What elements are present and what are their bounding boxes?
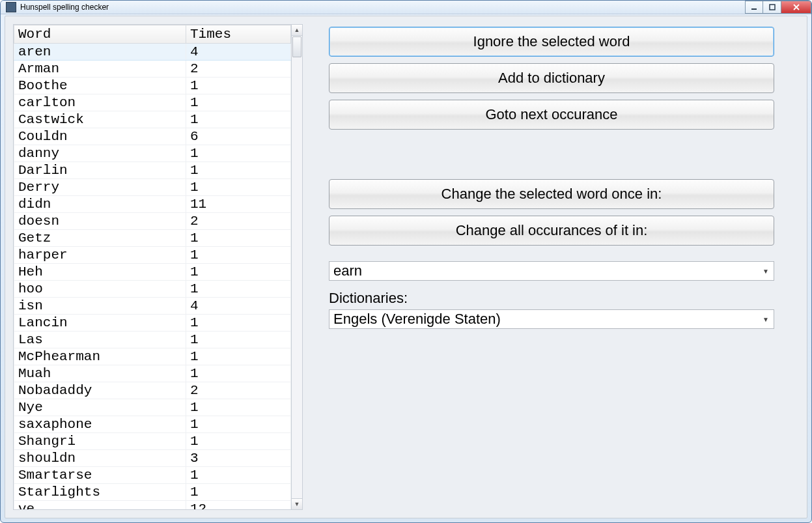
actions-pane: Ignore the selected word Add to dictiona… — [329, 24, 799, 510]
cell-times: 2 — [186, 213, 291, 230]
cell-word: Nye — [14, 399, 186, 416]
cell-word: Derry — [14, 179, 186, 196]
goto-next-button[interactable]: Goto next occurance — [329, 100, 774, 130]
spacer — [329, 252, 799, 261]
cell-times: 3 — [186, 450, 291, 467]
table-row[interactable]: Derry1 — [14, 179, 291, 196]
table-row[interactable]: Castwick1 — [14, 111, 291, 128]
cell-word: Shangri — [14, 433, 186, 450]
close-icon — [792, 4, 800, 10]
table-row[interactable]: Shangri1 — [14, 433, 291, 450]
word-table[interactable]: Word Times aren4Arman2Boothe1carlton1Cas… — [14, 25, 291, 510]
word-list-pane: Word Times aren4Arman2Boothe1carlton1Cas… — [13, 24, 303, 510]
table-row[interactable]: danny1 — [14, 145, 291, 162]
table-row[interactable]: doesn2 — [14, 213, 291, 230]
table-row[interactable]: Nye1 — [14, 399, 291, 416]
chevron-down-icon: ▼ — [760, 313, 772, 326]
cell-times: 1 — [186, 365, 291, 382]
table-row[interactable]: harper1 — [14, 247, 291, 264]
cell-times: 11 — [186, 196, 291, 213]
cell-word: Darlin — [14, 162, 186, 179]
cell-times: 1 — [186, 230, 291, 247]
app-window: Hunspell spelling checker Word — [0, 0, 812, 523]
cell-times: 6 — [186, 128, 291, 145]
close-button[interactable] — [781, 1, 811, 14]
cell-times: 12 — [186, 501, 291, 511]
cell-times: 1 — [186, 399, 291, 416]
cell-word: Starlights — [14, 484, 186, 501]
table-row[interactable]: ve12 — [14, 501, 291, 511]
cell-word: isn — [14, 298, 186, 315]
table-row[interactable]: Lancin1 — [14, 315, 291, 332]
cell-times: 1 — [186, 264, 291, 281]
chevron-down-icon: ▼ — [760, 264, 772, 277]
vertical-scrollbar[interactable]: ▲ ▼ — [292, 24, 303, 510]
cell-word: ve — [14, 501, 186, 511]
cell-times: 2 — [186, 382, 291, 399]
cell-word: Castwick — [14, 111, 186, 128]
suggestion-value: earn — [333, 262, 362, 279]
client-area: Word Times aren4Arman2Boothe1carlton1Cas… — [5, 16, 807, 518]
table-row[interactable]: Boothe1 — [14, 78, 291, 94]
dictionaries-dropdown[interactable]: Engels (Verenigde Staten) ▼ — [329, 309, 774, 329]
table-row[interactable]: Heh1 — [14, 264, 291, 281]
scroll-up-button[interactable]: ▲ — [292, 25, 302, 36]
table-row[interactable]: aren4 — [14, 44, 291, 61]
cell-times: 1 — [186, 179, 291, 196]
svg-rect-1 — [770, 5, 775, 10]
table-row[interactable]: carlton1 — [14, 94, 291, 111]
cell-times: 1 — [186, 332, 291, 348]
table-row[interactable]: hoo1 — [14, 281, 291, 298]
cell-word: Heh — [14, 264, 186, 281]
table-row[interactable]: Nobadaddy2 — [14, 382, 291, 399]
cell-word: hoo — [14, 281, 186, 298]
cell-times: 1 — [186, 111, 291, 128]
table-row[interactable]: Arman2 — [14, 61, 291, 78]
cell-word: harper — [14, 247, 186, 264]
col-header-times[interactable]: Times — [186, 25, 291, 44]
table-row[interactable]: Darlin1 — [14, 162, 291, 179]
table-row[interactable]: isn4 — [14, 298, 291, 315]
table-row[interactable]: shouldn3 — [14, 450, 291, 467]
cell-word: Smartarse — [14, 467, 186, 484]
table-row[interactable]: Las1 — [14, 332, 291, 348]
cell-times: 1 — [186, 416, 291, 433]
table-row[interactable]: didn11 — [14, 196, 291, 213]
change-all-button[interactable]: Change all occurances of it in: — [329, 216, 774, 246]
table-row[interactable]: Muah1 — [14, 365, 291, 382]
spacer — [329, 136, 799, 179]
cell-word: aren — [14, 44, 186, 61]
cell-times: 1 — [186, 94, 291, 111]
table-row[interactable]: saxaphone1 — [14, 416, 291, 433]
col-header-word[interactable]: Word — [14, 25, 186, 44]
table-row[interactable]: Couldn6 — [14, 128, 291, 145]
minimize-icon — [751, 4, 757, 10]
suggestion-dropdown[interactable]: earn ▼ — [329, 261, 774, 281]
cell-times: 1 — [186, 348, 291, 365]
ignore-button[interactable]: Ignore the selected word — [329, 27, 774, 57]
maximize-button[interactable] — [763, 1, 781, 14]
cell-times: 4 — [186, 298, 291, 315]
table-row[interactable]: Smartarse1 — [14, 467, 291, 484]
cell-word: didn — [14, 196, 186, 213]
cell-times: 2 — [186, 61, 291, 78]
cell-times: 1 — [186, 315, 291, 332]
cell-times: 1 — [186, 484, 291, 501]
table-row[interactable]: Starlights1 — [14, 484, 291, 501]
cell-word: Couldn — [14, 128, 186, 145]
cell-word: shouldn — [14, 450, 186, 467]
table-row[interactable]: McPhearman1 — [14, 348, 291, 365]
change-once-button[interactable]: Change the selected word once in: — [329, 179, 774, 209]
cell-times: 1 — [186, 433, 291, 450]
svg-rect-0 — [751, 8, 757, 10]
scroll-down-button[interactable]: ▼ — [292, 498, 302, 509]
window-controls — [745, 1, 811, 14]
minimize-button[interactable] — [745, 1, 763, 14]
add-to-dictionary-button[interactable]: Add to dictionary — [329, 63, 774, 93]
cell-times: 1 — [186, 162, 291, 179]
cell-word: Las — [14, 332, 186, 348]
titlebar[interactable]: Hunspell spelling checker — [1, 1, 811, 14]
cell-times: 1 — [186, 247, 291, 264]
scroll-thumb[interactable] — [292, 36, 301, 57]
table-row[interactable]: Getz1 — [14, 230, 291, 247]
